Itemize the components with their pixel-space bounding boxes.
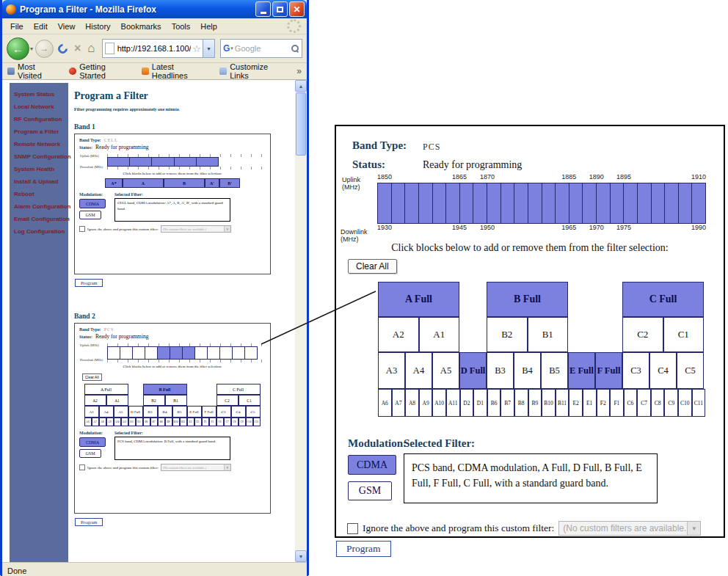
- filter-block[interactable]: C2: [622, 317, 663, 352]
- menu-item[interactable]: Edit: [29, 21, 53, 32]
- vertical-scrollbar[interactable]: ▲ ▼: [295, 80, 307, 562]
- address-bar[interactable]: http://192.168.1.100/prog ☆ ▾: [102, 39, 215, 58]
- filter-block[interactable]: A3: [378, 352, 405, 389]
- filter-block[interactable]: C6: [624, 389, 638, 417]
- minimize-button[interactable]: [255, 1, 271, 17]
- address-url[interactable]: http://192.168.1.100/prog: [117, 44, 192, 53]
- sidebar-item[interactable]: Install & Upload: [10, 175, 68, 188]
- filter-block[interactable]: E2: [187, 418, 194, 426]
- filter-block[interactable]: C8: [231, 418, 239, 426]
- filter-block[interactable]: B8: [158, 418, 165, 426]
- filter-block[interactable]: B4: [514, 352, 541, 389]
- filter-block[interactable]: B3: [143, 406, 158, 418]
- filter-block[interactable]: B3: [487, 352, 514, 389]
- menu-item[interactable]: History: [80, 21, 115, 32]
- filter-block[interactable]: D2: [128, 418, 136, 426]
- filter-block[interactable]: C9: [239, 418, 246, 426]
- filter-block[interactable]: C Full: [216, 384, 261, 395]
- sidebar-item[interactable]: Alarm Configuration: [10, 200, 68, 213]
- callout-clear-all-button[interactable]: Clear All: [348, 259, 397, 274]
- filter-block[interactable]: C1: [239, 395, 261, 406]
- filter-block[interactable]: C11: [253, 418, 261, 426]
- filter-block[interactable]: B10: [172, 418, 180, 426]
- filter-block[interactable]: A8: [99, 418, 106, 426]
- scrollbar-thumb[interactable]: [296, 92, 306, 156]
- filter-block[interactable]: F2: [202, 418, 209, 426]
- filter-block[interactable]: C6: [216, 418, 224, 426]
- sidebar-item[interactable]: SNMP Configuration: [10, 150, 68, 163]
- filter-block[interactable]: D1: [473, 389, 487, 417]
- modulation-button[interactable]: CDMA: [79, 437, 106, 447]
- band1-custom-filter-select[interactable]: (No custom filters are available.) ▾: [161, 225, 231, 233]
- filter-block[interactable]: B11: [180, 418, 187, 426]
- back-history-dropdown[interactable]: ▾: [30, 45, 33, 52]
- filter-block[interactable]: F Full: [595, 352, 622, 389]
- bookmarks-overflow-chevron[interactable]: »: [296, 66, 302, 76]
- close-button[interactable]: ✕: [289, 1, 305, 17]
- filter-block[interactable]: A1: [419, 317, 460, 352]
- filter-block[interactable]: A Full: [378, 282, 459, 317]
- filter-block[interactable]: A4: [405, 352, 432, 389]
- filter-block[interactable]: A11: [446, 389, 460, 417]
- address-dropdown-button[interactable]: ▾: [203, 40, 214, 57]
- bookmark-star-icon[interactable]: ☆: [191, 43, 203, 54]
- filter-block[interactable]: C7: [637, 389, 651, 417]
- search-icon[interactable]: [291, 45, 299, 53]
- filter-block[interactable]: A11: [121, 418, 128, 426]
- band1-custom-filter-checkbox[interactable]: [79, 226, 85, 232]
- filter-block[interactable]: D Full: [459, 352, 487, 389]
- filter-block[interactable]: E1: [583, 389, 597, 417]
- filter-block[interactable]: F Full: [202, 406, 216, 418]
- filter-block[interactable]: A5: [432, 352, 459, 389]
- filter-block[interactable]: A1: [106, 395, 128, 406]
- modulation-button[interactable]: CDMA: [79, 199, 106, 208]
- sidebar-item[interactable]: Reboot: [10, 188, 68, 200]
- filter-block[interactable]: C3: [216, 406, 231, 418]
- filter-block[interactable]: A8: [405, 389, 419, 417]
- sidebar-item[interactable]: Remote Network: [10, 138, 68, 150]
- filter-block[interactable]: C5: [677, 352, 704, 389]
- filter-block[interactable]: C4: [649, 352, 677, 389]
- modulation-button[interactable]: GSM: [348, 481, 392, 500]
- filter-block[interactable]: B11: [556, 389, 569, 417]
- menu-item[interactable]: Help: [195, 21, 222, 32]
- filter-block[interactable]: A Full: [84, 384, 128, 395]
- band1-program-button[interactable]: Program: [75, 279, 103, 287]
- filter-block[interactable]: C11: [692, 389, 706, 417]
- filter-block[interactable]: E1: [194, 418, 202, 426]
- filter-block[interactable]: B9: [528, 389, 542, 417]
- filter-block[interactable]: A6: [378, 389, 392, 417]
- back-button[interactable]: ←: [7, 37, 29, 60]
- filter-block[interactable]: B5: [172, 406, 187, 418]
- filter-block[interactable]: A9: [419, 389, 433, 417]
- filter-block[interactable]: C10: [678, 389, 692, 417]
- filter-block[interactable]: F1: [209, 418, 216, 426]
- bookmark-most-visited[interactable]: Most Visited: [7, 62, 61, 80]
- bookmark-getting-started[interactable]: Getting Started: [69, 62, 133, 80]
- stop-button[interactable]: ×: [72, 42, 83, 55]
- modulation-button[interactable]: CDMA: [348, 455, 396, 475]
- filter-block[interactable]: B7: [150, 418, 158, 426]
- filter-block[interactable]: C5: [246, 406, 261, 418]
- filter-block[interactable]: A': [205, 178, 219, 188]
- filter-block[interactable]: C10: [246, 418, 253, 426]
- filter-block[interactable]: A3: [84, 406, 99, 418]
- filter-block[interactable]: A10: [432, 389, 446, 417]
- filter-block[interactable]: B6: [143, 418, 150, 426]
- filter-block[interactable]: F1: [610, 389, 624, 417]
- filter-block[interactable]: F2: [597, 389, 611, 417]
- filter-block[interactable]: D Full: [128, 406, 143, 418]
- menu-item[interactable]: File: [5, 21, 29, 32]
- filter-block[interactable]: A6: [84, 418, 92, 426]
- filter-block[interactable]: A7: [92, 418, 99, 426]
- sidebar-item[interactable]: Log Configuration: [10, 225, 68, 238]
- filter-block[interactable]: A*: [105, 178, 123, 188]
- filter-block[interactable]: B10: [542, 389, 556, 417]
- filter-block[interactable]: A10: [114, 418, 121, 426]
- menu-item[interactable]: Tools: [167, 21, 196, 32]
- filter-block[interactable]: B2: [487, 317, 528, 352]
- callout-custom-filter-checkbox[interactable]: [347, 523, 358, 534]
- bookmark-customize-links[interactable]: Customize Links: [219, 62, 288, 80]
- filter-block[interactable]: A9: [106, 418, 114, 426]
- filter-block[interactable]: A4: [99, 406, 114, 418]
